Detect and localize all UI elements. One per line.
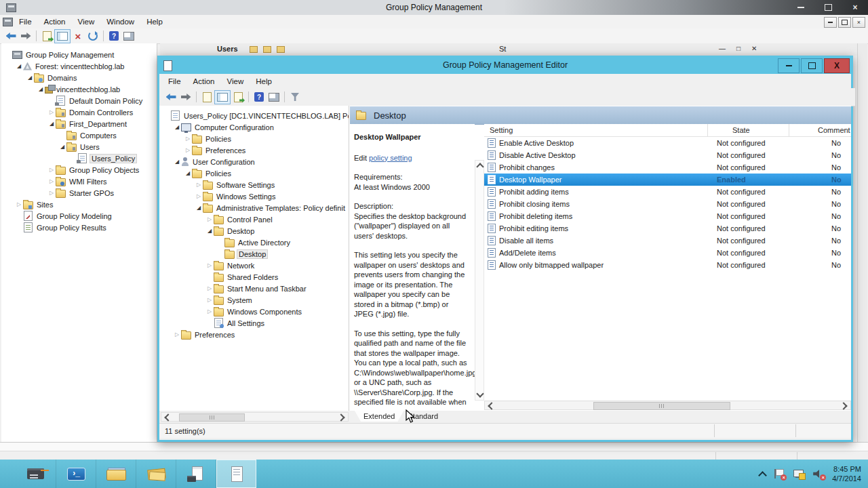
expander-collapsed-icon[interactable]: ▷ — [195, 182, 203, 188]
panel-button[interactable] — [214, 90, 231, 104]
gpme-tree-item[interactable]: ▷Windows Settings — [159, 190, 349, 202]
expander-collapsed-icon[interactable]: ▷ — [184, 136, 192, 142]
gpm-tree-item[interactable]: Group Policy Modeling — [1, 210, 157, 222]
gpm-tree-item[interactable]: Group Policy Results — [1, 222, 157, 233]
expander-collapsed-icon[interactable]: ▷ — [205, 216, 214, 222]
setting-row[interactable]: Desktop WallpaperEnabledNo — [484, 174, 851, 186]
gpme-tree-item[interactable]: ◢Administrative Templates: Policy defini… — [159, 202, 349, 214]
setting-row[interactable]: Prohibit deleting itemsNot configuredNo — [484, 210, 851, 222]
expander-collapsed-icon[interactable]: ▷ — [205, 297, 214, 303]
gpme-tree-item[interactable]: Users_Policy [DC1.VINCENTTECHBLOG.LAB] P… — [159, 110, 349, 121]
description-vertical-scrollbar[interactable] — [475, 160, 484, 401]
expander-collapsed-icon[interactable]: ▷ — [47, 109, 56, 115]
help-button[interactable]: ? — [254, 92, 264, 102]
setting-row[interactable]: Prohibit closing itemsNot configuredNo — [484, 198, 851, 210]
column-header-state[interactable]: State — [708, 124, 789, 136]
gpme-tree-item[interactable]: All Settings — [159, 317, 349, 329]
tab-extended[interactable]: Extended — [355, 411, 403, 422]
edit-policy-setting-link[interactable]: policy setting — [369, 154, 412, 162]
setting-row[interactable]: Prohibit editing itemsNot configuredNo — [484, 222, 851, 235]
setting-row[interactable]: Allow only bitmapped wallpaperNot config… — [484, 259, 851, 271]
export-button[interactable] — [39, 30, 54, 43]
bg-maximize-button[interactable]: □ — [736, 45, 741, 52]
gpm-titlebar[interactable]: Group Policy Management × — [0, 0, 868, 15]
gpme-tree-item[interactable]: Shared Folders — [159, 271, 349, 283]
gpme-minimize-button[interactable] — [778, 58, 800, 73]
gpme-tree-item[interactable]: ◢Desktop — [159, 225, 349, 237]
taskbar-button-server-manager[interactable] — [16, 460, 56, 488]
setting-row[interactable]: Disable all itemsNot configuredNo — [484, 235, 851, 247]
gpme-tree-item[interactable]: ◢Policies — [159, 167, 349, 179]
gpm-tree-item[interactable]: ◢Domains — [1, 72, 157, 83]
taskbar-button-document[interactable] — [216, 460, 256, 488]
expander-expanded-icon[interactable]: ◢ — [205, 228, 214, 234]
forward-button[interactable] — [178, 91, 193, 104]
forward-button[interactable] — [18, 30, 33, 43]
network-icon[interactable] — [793, 468, 805, 480]
child-close-button[interactable]: × — [852, 17, 865, 28]
taskbar-button-gpmc-tools[interactable] — [176, 460, 216, 488]
gpm-tree-item[interactable]: ▷Starter GPOs — [1, 187, 157, 199]
panel-button[interactable] — [54, 29, 71, 43]
minimize-button[interactable] — [793, 1, 808, 14]
gpm-menu-view[interactable]: View — [72, 18, 101, 26]
refresh-button[interactable] — [85, 30, 100, 43]
expander-collapsed-icon[interactable]: ▷ — [173, 331, 181, 338]
expander-collapsed-icon[interactable]: ▷ — [15, 201, 23, 207]
scroll-right-icon[interactable] — [337, 413, 344, 421]
taskbar-button-file-explorer[interactable] — [96, 460, 136, 488]
gpm-horizontal-scrollbar[interactable] — [0, 442, 868, 451]
scroll-right-icon[interactable] — [840, 402, 847, 409]
gpm-tree-item[interactable]: ◢vincenttechblog.lab — [1, 83, 157, 95]
close-button[interactable]: × — [848, 1, 863, 14]
expander-expanded-icon[interactable]: ◢ — [184, 170, 192, 176]
gpm-tree-item[interactable]: Default Domain Policy — [1, 95, 157, 106]
setting-row[interactable]: Prohibit adding itemsNot configuredNo — [484, 186, 851, 198]
gpm-tree-item[interactable]: Group Policy Management — [1, 49, 157, 60]
export-list-button[interactable] — [231, 91, 245, 104]
restore-button[interactable] — [821, 1, 835, 14]
bg-minimize-button[interactable]: — — [719, 45, 726, 52]
expander-expanded-icon[interactable]: ◢ — [26, 75, 34, 81]
setting-row[interactable]: Add/Delete itemsNot configuredNo — [484, 247, 851, 259]
gpm-tree-item[interactable]: ◢First_Department — [1, 118, 157, 129]
gpme-tree-item[interactable]: ▷Software Settings — [159, 179, 349, 190]
gpme-menu-view[interactable]: View — [221, 77, 250, 85]
clock[interactable]: 8:45 PM 4/7/2014 — [832, 464, 864, 483]
expander-collapsed-icon[interactable]: ▷ — [205, 262, 214, 268]
child-minimize-button[interactable] — [824, 17, 837, 28]
expander-collapsed-icon[interactable]: ▷ — [205, 308, 214, 314]
setting-row[interactable]: Enable Active DesktopNot configuredNo — [484, 137, 851, 149]
doc-button[interactable] — [199, 91, 214, 104]
gpme-tree-item[interactable]: ◢Computer Configuration — [159, 121, 349, 133]
setting-row[interactable]: Disable Active DesktopNot configuredNo — [484, 149, 851, 161]
expander-expanded-icon[interactable]: ◢ — [47, 121, 56, 127]
scroll-left-icon[interactable] — [164, 413, 172, 421]
back-button[interactable] — [163, 91, 178, 104]
gpme-tree-item[interactable]: Desktop — [159, 248, 349, 260]
tree-horizontal-scrollbar[interactable] — [161, 412, 349, 422]
gpm-menu-window[interactable]: Window — [100, 18, 140, 26]
gpm-tree-item[interactable]: Users_Policy — [1, 152, 157, 164]
help-button[interactable]: ? — [109, 31, 119, 41]
gpm-tree-item[interactable]: Computers — [1, 129, 157, 141]
expander-collapsed-icon[interactable]: ▷ — [195, 193, 203, 199]
panel2-button[interactable] — [267, 91, 281, 104]
gpme-titlebar[interactable]: Group Policy Management Editor X — [159, 58, 851, 74]
gpme-tree-item[interactable]: ▷Preferences — [159, 329, 349, 340]
gpm-menu-help[interactable]: Help — [140, 18, 169, 26]
gpme-tree-item[interactable]: ▷Preferences — [159, 144, 349, 156]
filter-button[interactable] — [288, 91, 302, 104]
expander-collapsed-icon[interactable]: ▷ — [47, 178, 56, 184]
child-restore-button[interactable] — [838, 17, 851, 28]
gpme-close-button[interactable]: X — [824, 58, 850, 73]
gpme-menu-action[interactable]: Action — [187, 77, 221, 85]
expander-expanded-icon[interactable]: ◢ — [173, 124, 181, 130]
delete-button[interactable]: × — [71, 30, 85, 43]
scroll-up-icon[interactable] — [476, 163, 484, 170]
expander-expanded-icon[interactable]: ◢ — [37, 86, 45, 92]
gpme-menu-file[interactable]: File — [162, 77, 187, 85]
show-hidden-icons-button[interactable] — [758, 471, 767, 480]
expander-collapsed-icon[interactable]: ▷ — [205, 285, 214, 291]
gpm-tree-item[interactable]: ▷Group Policy Objects — [1, 164, 157, 176]
